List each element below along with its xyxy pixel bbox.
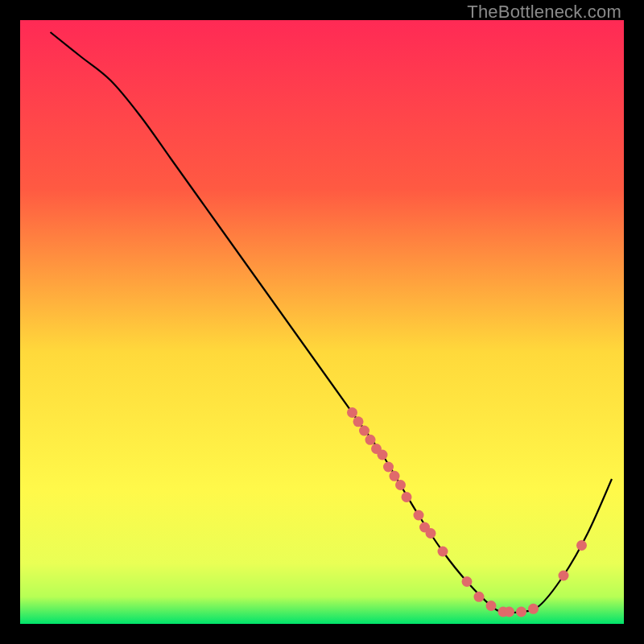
data-point bbox=[528, 604, 539, 614]
gradient-background bbox=[20, 20, 624, 624]
data-point bbox=[395, 480, 406, 490]
watermark-text: TheBottleneck.com bbox=[467, 2, 621, 23]
data-point bbox=[383, 462, 394, 473]
data-point bbox=[353, 416, 364, 427]
data-point bbox=[486, 601, 497, 611]
chart-svg bbox=[20, 20, 624, 624]
data-point bbox=[438, 547, 448, 557]
data-point bbox=[365, 435, 376, 445]
data-point bbox=[378, 450, 388, 460]
data-point bbox=[516, 607, 526, 617]
data-point bbox=[559, 571, 569, 581]
data-point bbox=[347, 407, 357, 418]
data-point bbox=[402, 492, 412, 502]
data-point bbox=[359, 426, 369, 436]
data-point bbox=[426, 528, 436, 539]
data-point bbox=[414, 510, 424, 521]
data-point bbox=[576, 540, 587, 551]
data-point bbox=[390, 471, 400, 481]
data-point bbox=[474, 592, 485, 602]
data-point bbox=[462, 576, 473, 587]
data-point bbox=[504, 607, 514, 617]
chart-frame bbox=[20, 20, 624, 624]
